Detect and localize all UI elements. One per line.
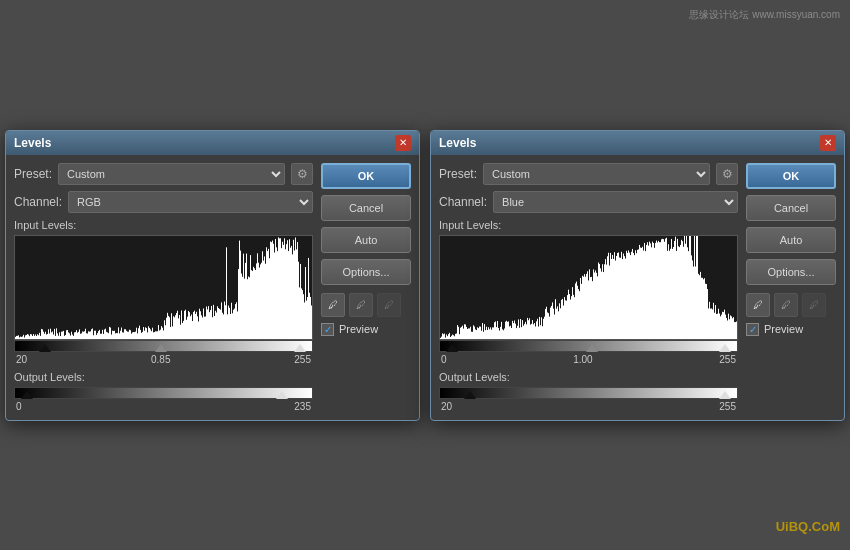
close-button-2[interactable]: ✕ (820, 135, 836, 151)
watermark-top: 思缘设计论坛 www.missyuan.com (689, 8, 840, 22)
cancel-button-2[interactable]: Cancel (746, 195, 836, 221)
black-eyedropper-2[interactable]: 🖊 (746, 293, 770, 317)
left-panel-2: Preset: Custom ⚙ Channel: Blue Input Lev… (439, 163, 738, 412)
output-shadow-triangle-2[interactable] (464, 391, 476, 399)
ok-button-1[interactable]: OK (321, 163, 411, 189)
preset-gear-2[interactable]: ⚙ (716, 163, 738, 185)
levels-dialog-1: Levels ✕ Preset: Custom ⚙ Channel: RGB I… (5, 130, 420, 421)
left-panel-1: Preset: Custom ⚙ Channel: RGB Input Leve… (14, 163, 313, 412)
watermark-bottom: UiBQ.CoM (776, 519, 840, 534)
output-gradient-1 (14, 387, 313, 399)
auto-button-1[interactable]: Auto (321, 227, 411, 253)
dialog-body-1: Preset: Custom ⚙ Channel: RGB Input Leve… (6, 155, 419, 420)
input-low-value-2: 0 (441, 354, 447, 365)
output-values-row-1: 0 235 (14, 401, 313, 412)
input-midtone-triangle-2[interactable] (586, 344, 598, 352)
titlebar-2: Levels ✕ (431, 131, 844, 155)
preset-row-1: Preset: Custom ⚙ (14, 163, 313, 185)
channel-label-2: Channel: (439, 195, 487, 209)
channel-select-2[interactable]: Blue (493, 191, 738, 213)
black-eyedropper-1[interactable]: 🖊 (321, 293, 345, 317)
preset-row-2: Preset: Custom ⚙ (439, 163, 738, 185)
preview-label-1: Preview (339, 323, 378, 335)
channel-row-1: Channel: RGB (14, 191, 313, 213)
output-highlight-triangle-2[interactable] (719, 391, 731, 399)
input-high-value-2: 255 (719, 354, 736, 365)
dialog-title-1: Levels (14, 136, 51, 150)
output-levels-label-2: Output Levels: (439, 371, 738, 383)
preset-select-2[interactable]: Custom (483, 163, 710, 185)
preview-checkbox-1[interactable]: ✓ (321, 323, 334, 336)
levels-dialog-2: Levels ✕ Preset: Custom ⚙ Channel: Blue … (430, 130, 845, 421)
preset-select-1[interactable]: Custom (58, 163, 285, 185)
histogram-canvas-2 (440, 236, 737, 339)
titlebar-1: Levels ✕ (6, 131, 419, 155)
preset-label-1: Preset: (14, 167, 52, 181)
input-mid-value-1: 0.85 (151, 354, 170, 365)
preview-row-1: ✓ Preview (321, 323, 411, 336)
input-values-row-1: 20 0.85 255 (14, 354, 313, 365)
input-shadow-triangle-1[interactable] (39, 344, 51, 352)
input-mid-value-2: 1.00 (573, 354, 592, 365)
preset-label-2: Preset: (439, 167, 477, 181)
ok-button-2[interactable]: OK (746, 163, 836, 189)
right-panel-1: OK Cancel Auto Options... 🖊 🖊 🖊 ✓ Previe… (321, 163, 411, 412)
channel-row-2: Channel: Blue (439, 191, 738, 213)
input-high-value-1: 255 (294, 354, 311, 365)
input-levels-label-2: Input Levels: (439, 219, 738, 231)
preset-gear-1[interactable]: ⚙ (291, 163, 313, 185)
input-highlight-triangle-2[interactable] (719, 344, 731, 352)
input-slider-row-2[interactable] (439, 340, 738, 352)
output-low-value-2: 20 (441, 401, 452, 412)
output-high-value-1: 235 (294, 401, 311, 412)
output-low-value-1: 0 (16, 401, 22, 412)
gray-eyedropper-2[interactable]: 🖊 (774, 293, 798, 317)
input-levels-label-1: Input Levels: (14, 219, 313, 231)
histogram-1 (14, 235, 313, 340)
channel-label-1: Channel: (14, 195, 62, 209)
dialog-title-2: Levels (439, 136, 476, 150)
histogram-canvas-1 (15, 236, 312, 339)
dialog-body-2: Preset: Custom ⚙ Channel: Blue Input Lev… (431, 155, 844, 420)
options-button-2[interactable]: Options... (746, 259, 836, 285)
output-gradient-2 (439, 387, 738, 399)
white-eyedropper-1[interactable]: 🖊 (377, 293, 401, 317)
close-button-1[interactable]: ✕ (395, 135, 411, 151)
histogram-2 (439, 235, 738, 340)
output-shadow-triangle-1[interactable] (21, 391, 33, 399)
input-values-row-2: 0 1.00 255 (439, 354, 738, 365)
channel-select-1[interactable]: RGB (68, 191, 313, 213)
input-highlight-triangle-1[interactable] (294, 344, 306, 352)
gray-eyedropper-1[interactable]: 🖊 (349, 293, 373, 317)
input-midtone-triangle-1[interactable] (155, 344, 167, 352)
preview-row-2: ✓ Preview (746, 323, 836, 336)
preview-checkbox-2[interactable]: ✓ (746, 323, 759, 336)
output-values-row-2: 20 255 (439, 401, 738, 412)
output-levels-label-1: Output Levels: (14, 371, 313, 383)
eyedropper-row-2: 🖊 🖊 🖊 (746, 293, 836, 317)
output-highlight-triangle-1[interactable] (276, 391, 288, 399)
cancel-button-1[interactable]: Cancel (321, 195, 411, 221)
auto-button-2[interactable]: Auto (746, 227, 836, 253)
input-slider-row-1[interactable] (14, 340, 313, 352)
eyedropper-row-1: 🖊 🖊 🖊 (321, 293, 411, 317)
white-eyedropper-2[interactable]: 🖊 (802, 293, 826, 317)
right-panel-2: OK Cancel Auto Options... 🖊 🖊 🖊 ✓ Previe… (746, 163, 836, 412)
input-low-value-1: 20 (16, 354, 27, 365)
input-shadow-triangle-2[interactable] (446, 344, 458, 352)
output-high-value-2: 255 (719, 401, 736, 412)
options-button-1[interactable]: Options... (321, 259, 411, 285)
preview-label-2: Preview (764, 323, 803, 335)
